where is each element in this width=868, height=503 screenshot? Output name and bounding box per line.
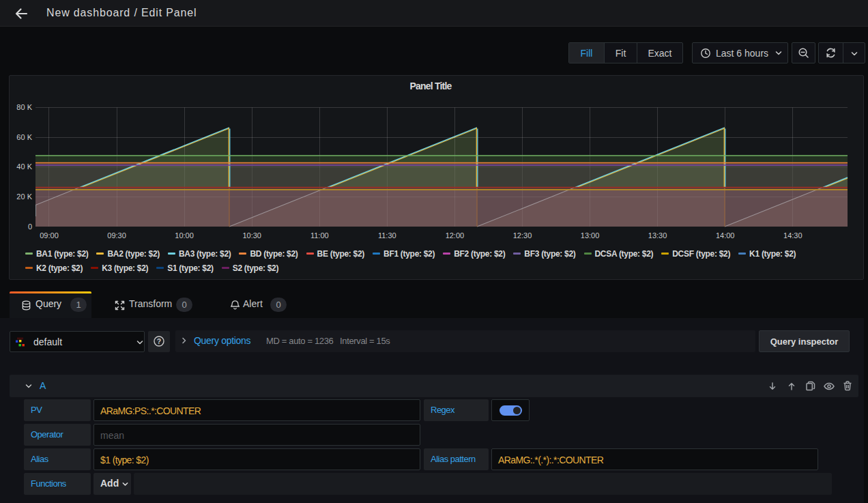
- svg-text:60 K: 60 K: [16, 133, 32, 141]
- svg-text:10:30: 10:30: [242, 231, 261, 240]
- svg-text:10:00: 10:00: [175, 231, 194, 240]
- svg-text:14:00: 14:00: [716, 231, 735, 240]
- svg-text:0: 0: [28, 222, 32, 231]
- svg-text:12:00: 12:00: [446, 231, 465, 240]
- svg-text:40 K: 40 K: [16, 162, 32, 171]
- svg-text:12:30: 12:30: [513, 231, 532, 240]
- svg-text:11:30: 11:30: [378, 231, 396, 240]
- svg-text:09:00: 09:00: [40, 231, 59, 240]
- svg-text:09:30: 09:30: [107, 231, 126, 240]
- svg-text:11:00: 11:00: [310, 231, 329, 240]
- svg-text:13:30: 13:30: [648, 231, 667, 240]
- svg-text:80 K: 80 K: [16, 103, 32, 111]
- svg-text:?: ?: [157, 337, 161, 345]
- svg-text:20 K: 20 K: [16, 192, 32, 201]
- svg-text:13:00: 13:00: [581, 231, 600, 240]
- svg-text:14:30: 14:30: [783, 231, 802, 240]
